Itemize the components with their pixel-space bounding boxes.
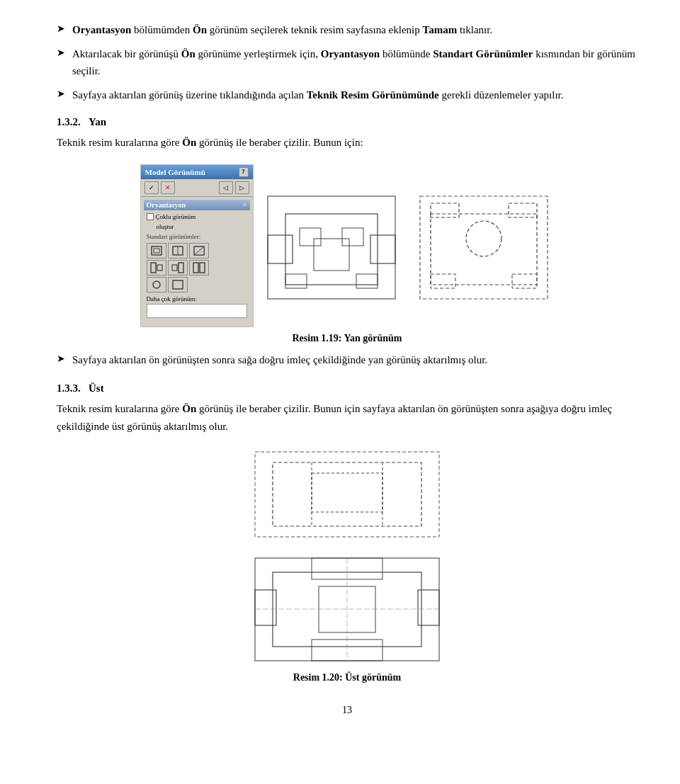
panel-sub-label: Standart görünümler:	[147, 233, 250, 240]
panel-more-label: Daha çok görünüm:	[147, 295, 247, 302]
svg-rect-23	[420, 196, 548, 299]
section-132-title: Yan	[89, 116, 106, 127]
svg-rect-25	[431, 203, 459, 217]
panel-checkbox[interactable]	[147, 213, 154, 220]
svg-rect-14	[268, 196, 395, 299]
figure-132-area: Model Görünümü ? ✓ ✕ ◁ ▷ Oryantasyon ^	[57, 164, 638, 327]
bullet2-word3: Standart Görünümler	[433, 48, 533, 59]
svg-rect-31	[273, 462, 421, 526]
section-133-heading: 1.3.3. Üst	[57, 382, 638, 394]
side-view-drawing	[413, 182, 555, 309]
section-132-number: 1.3.2.	[57, 116, 81, 127]
svg-rect-6	[151, 263, 156, 273]
figure2-caption-text: Resim 1.20: Üst görünüm	[293, 672, 401, 683]
panel-section-label: Oryantasyon	[147, 201, 186, 209]
panel-checkbox-label2-row: oluştur	[157, 222, 250, 230]
bullet3-word1: Teknik Resim Görünümünde	[307, 89, 439, 101]
page-number: 13	[57, 705, 638, 716]
bullet-text-3: Sayfaya aktarılan görünüş üzerine tıklan…	[72, 86, 638, 103]
svg-rect-0	[152, 246, 162, 255]
ust-bottom-svg	[241, 551, 453, 668]
bullet-arrow-2: ➤	[57, 47, 65, 59]
bullet-item-2: ➤ Aktarılacak bir görünüşü Ön görünüme y…	[57, 45, 638, 79]
svg-rect-20	[314, 239, 349, 271]
yan-drawings	[261, 164, 555, 327]
bullet1-t3: tıklanır.	[460, 24, 492, 35]
panel-more-area	[147, 304, 247, 318]
panel-section-collapse[interactable]: ^	[243, 201, 247, 209]
bullet3-t1: Sayfaya aktarılan görünüş üzerine tıklan…	[72, 89, 307, 101]
section-133-title: Üst	[89, 382, 104, 394]
svg-marker-5	[194, 246, 204, 255]
bullet2-word2: Oryantasyon	[321, 48, 380, 59]
s133-on: Ön	[182, 403, 196, 414]
s132-t2: görünüş ile beraber çizilir. Bunun için:	[199, 137, 363, 148]
panel-view-grid	[147, 243, 247, 292]
figure-133-area	[57, 445, 638, 668]
model-gorunumu-panel: Model Görünümü ? ✓ ✕ ◁ ▷ Oryantasyon ^	[140, 164, 254, 327]
bullet1-t1: bölümümden	[134, 24, 193, 35]
ust-drawings-container	[241, 445, 453, 668]
page-content: ➤ Oryantasyon bölümümden Ön görünüm seçi…	[57, 21, 638, 716]
bullet-yan: ➤ Sayfaya aktarılan ön görünüşten sonra …	[57, 351, 638, 368]
bullet2-t2: görünüme yerleştirmek için,	[198, 48, 320, 59]
bullet-arrow-1: ➤	[57, 23, 65, 35]
svg-rect-13	[173, 280, 183, 289]
section-132-heading: 1.3.2. Yan	[57, 116, 638, 128]
bullet1-word1: Oryantasyon	[72, 24, 131, 35]
section-132-intro: Teknik resim kuralarına göre Ön görünüş …	[57, 134, 638, 152]
ust-drawings	[241, 445, 453, 668]
panel-back-btn[interactable]: ◁	[219, 181, 233, 194]
yan-drawings-row	[261, 182, 555, 309]
panel-view-btn-7[interactable]	[147, 277, 166, 292]
bullet3-t2: gerekli düzenlemeler yapılır.	[441, 89, 563, 101]
svg-rect-7	[157, 265, 162, 271]
panel-body: Oryantasyon ^ Çoklu görünüm oluştur Stan…	[141, 197, 253, 326]
panel-view-btn-4[interactable]	[147, 260, 166, 275]
panel-view-btn-2[interactable]	[168, 243, 188, 259]
bullet1-word2: Ön	[193, 24, 207, 35]
bullet2-word1: Ön	[181, 48, 196, 59]
svg-rect-19	[342, 228, 363, 246]
svg-rect-11	[200, 263, 205, 273]
figure2-caption: Resim 1.20: Üst görünüm	[57, 672, 638, 683]
panel-view-btn-6[interactable]	[189, 260, 209, 275]
panel-title-icons: ?	[239, 167, 249, 177]
panel-section-oryantasyon: Oryantasyon ^	[144, 200, 250, 210]
front-view-drawing	[261, 182, 402, 309]
svg-rect-18	[300, 228, 321, 246]
svg-rect-9	[178, 263, 183, 273]
bullet-item-3: ➤ Sayfaya aktarılan görünüş üzerine tıkl…	[57, 86, 638, 103]
s132-on: Ön	[182, 137, 196, 148]
panel-view-btn-8[interactable]	[168, 277, 188, 292]
panel-checkbox-label1: Çoklu görünüm	[156, 213, 196, 220]
panel-view-btn-5[interactable]	[168, 260, 188, 275]
svg-rect-1	[154, 249, 159, 253]
panel-help-btn[interactable]: ?	[239, 167, 249, 177]
svg-rect-17	[370, 235, 395, 263]
svg-rect-21	[285, 274, 307, 288]
bullet1-word3: Tamam	[423, 24, 458, 35]
bullet2-t3: bölümünde	[382, 48, 433, 59]
svg-rect-30	[255, 452, 439, 537]
page-number-text: 13	[342, 705, 352, 715]
panel-view-btn-3[interactable]	[189, 243, 209, 259]
bullet-text-1: Oryantasyon bölümümden Ön görünüm seçile…	[72, 21, 638, 38]
panel-forward-btn[interactable]: ▷	[235, 181, 249, 194]
s132-t1: Teknik resim kuralarına göre	[57, 137, 182, 148]
section-133-number: 1.3.3.	[57, 382, 81, 394]
svg-rect-16	[268, 235, 293, 263]
bullet-yan-arrow: ➤	[57, 353, 65, 365]
svg-rect-34	[312, 473, 382, 512]
bullet-item-1: ➤ Oryantasyon bölümümden Ön görünüm seçi…	[57, 21, 638, 38]
panel-view-btn-1[interactable]	[147, 243, 166, 259]
svg-rect-40	[312, 640, 382, 661]
panel-title: Model Görünümü	[145, 168, 205, 176]
svg-point-12	[153, 281, 160, 288]
svg-rect-22	[356, 274, 378, 288]
bullet-arrow-3: ➤	[57, 88, 65, 100]
panel-close-btn[interactable]: ✕	[161, 181, 175, 194]
panel-check-btn[interactable]: ✓	[144, 181, 159, 194]
figure1-caption: Resim 1.19: Yan görünüm	[57, 333, 638, 344]
bullet1-t2: görünüm seçilerek teknik resim sayfasına…	[210, 24, 423, 35]
